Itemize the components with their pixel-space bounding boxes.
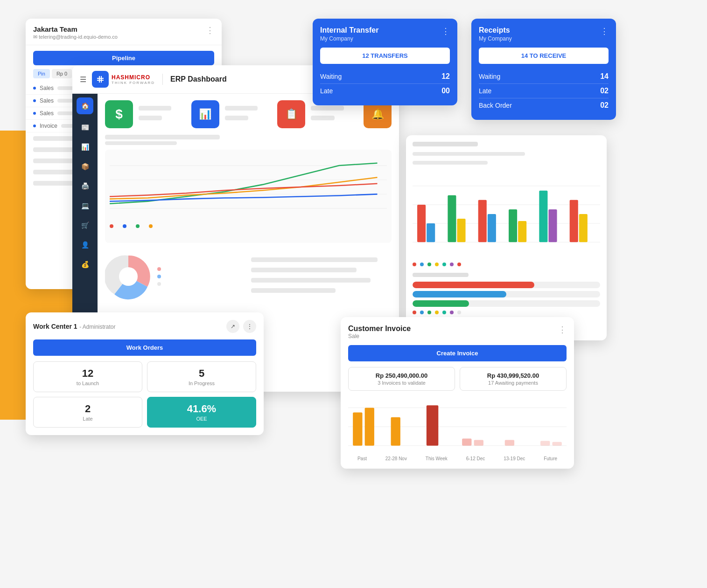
hamburger-icon[interactable]: ☰ (80, 75, 86, 84)
sidebar-item-cart[interactable]: 🛒 (77, 217, 93, 234)
receipts-header: Receipts My Company ⋮ (479, 26, 609, 42)
receipts-backorder-label: Back Order (479, 102, 512, 109)
inv-amount-2: Rp 430,999,520.00 17 Awaiting payments (460, 367, 567, 391)
sidebar-item-box[interactable]: 📦 (77, 158, 93, 175)
pie-dot-2 (157, 275, 161, 278)
svg-rect-23 (570, 200, 578, 242)
right-bar-chart-svg (413, 172, 600, 256)
receipts-waiting-label: Waiting (479, 73, 500, 80)
wc-share-icon[interactable]: ↗ (226, 320, 239, 333)
bar-chart-icon: 📊 (199, 108, 211, 120)
pie-legend (157, 267, 164, 286)
wc-stat-late-label: Late (39, 416, 136, 422)
svg-rect-19 (509, 209, 517, 242)
pie-area (105, 249, 245, 304)
prog-legend-dot-2 (420, 311, 424, 314)
inv-menu-icon[interactable]: ⋮ (558, 325, 567, 335)
progress-fill-blue (413, 291, 506, 297)
svg-rect-30 (391, 417, 400, 446)
legend-dot-red (110, 224, 113, 228)
svg-rect-2 (99, 76, 100, 83)
invoice-bar-chart-svg (348, 396, 567, 452)
list-label: Sales (40, 97, 54, 104)
create-invoice-button[interactable]: Create Invoice (348, 345, 567, 361)
sidebar-item-monitor[interactable]: 💻 (77, 197, 93, 214)
pie-dot-3 (157, 282, 161, 286)
money-icon: 💰 (81, 261, 89, 268)
svg-rect-36 (552, 442, 561, 446)
svg-rect-20 (518, 221, 526, 242)
news-icon: 📰 (81, 124, 89, 131)
chart-section-header (105, 135, 392, 145)
line-chart-legend (110, 224, 387, 228)
customer-invoice-card: Customer Invoice Sale ⋮ Create Invoice R… (341, 317, 574, 469)
list-dot (33, 99, 36, 102)
sidebar-item-print[interactable]: 🖨️ (77, 178, 93, 194)
sidebar-item-user[interactable]: 👤 (77, 236, 93, 253)
right-skeletons (413, 152, 600, 167)
inv-bar-label-past: Past (357, 456, 367, 461)
box-icon: 📦 (81, 163, 89, 170)
erp-right-card (406, 135, 607, 340)
pie-legend-item-3 (157, 282, 164, 286)
hm-logo-icon (92, 71, 109, 88)
svg-rect-31 (427, 405, 438, 445)
wc-stats-grid: 12 to Launch 5 In Progress 2 Late 41.6% … (33, 361, 256, 428)
svg-rect-32 (462, 439, 471, 446)
bell-icon: 🔔 (371, 108, 384, 120)
legend-green (427, 263, 431, 266)
svg-rect-0 (97, 78, 104, 79)
print-icon: 🖨️ (81, 182, 89, 190)
sidebar-item-news[interactable]: 📰 (77, 119, 93, 136)
hm-tagline: THINK FORWARD (112, 81, 155, 85)
workcenter-card: Work Center 1 - Administrator ↗ ⋮ Work O… (26, 312, 264, 435)
right-bar-title-skeleton (413, 142, 478, 146)
crm-tab-rp[interactable]: Rp 0 (52, 69, 72, 78)
transfer-late-row: Late 00 (320, 84, 450, 98)
crm-menu-icon[interactable]: ⋮ (206, 25, 214, 35)
hm-text: HASHMICRO THINK FORWARD (112, 74, 155, 85)
sidebar-item-chart[interactable]: 📊 (77, 138, 93, 155)
svg-rect-18 (488, 214, 496, 242)
legend-red (413, 263, 416, 266)
kpi-report: 📋 (277, 100, 305, 128)
inv-bar-label-thisweek: This Week (426, 456, 448, 461)
wc-stat-late-val: 2 (39, 403, 136, 415)
transfer-button[interactable]: 12 TRANSFERS (320, 48, 450, 64)
pie-legend-item-1 (157, 267, 164, 271)
svg-rect-35 (540, 441, 550, 446)
legend-dot-yellow (149, 224, 153, 228)
inv-amount-1-label: 3 Invoices to validate (353, 380, 450, 386)
list-dot (33, 87, 36, 90)
pie-chart-svg (105, 253, 152, 300)
progress-legend (413, 311, 600, 314)
receipts-button[interactable]: 14 TO RECEIVE (479, 48, 609, 64)
wc-stat-launch-label: to Launch (39, 380, 136, 386)
crm-pipeline-button[interactable]: Pipeline (33, 51, 214, 65)
work-orders-button[interactable]: Work Orders (33, 339, 256, 356)
receipts-backorder-row: Back Order 02 (479, 98, 609, 112)
list-label: Sales (40, 85, 54, 91)
wc-stat-oee-val: 41.6% (153, 403, 250, 415)
transfer-waiting-value: 12 (441, 72, 450, 81)
wc-menu-icon[interactable]: ⋮ (243, 320, 256, 333)
internal-transfer-card: Internal Transfer My Company ⋮ 12 TRANSF… (313, 19, 457, 105)
transfer-menu-icon[interactable]: ⋮ (441, 26, 450, 36)
sidebar-item-money[interactable]: 💰 (77, 256, 93, 273)
svg-rect-24 (579, 214, 588, 242)
sidebar-item-home[interactable]: 🏠 (77, 97, 93, 114)
progress-bar-2 (413, 291, 600, 297)
receipts-menu-icon[interactable]: ⋮ (600, 26, 609, 36)
svg-rect-3 (101, 76, 102, 83)
receipts-waiting-value: 14 (600, 72, 609, 81)
line-chart-area (105, 150, 392, 243)
line-chart-svg (110, 154, 387, 220)
svg-rect-16 (457, 219, 465, 242)
home-icon: 🏠 (81, 102, 89, 110)
skeleton-block (251, 257, 392, 296)
inv-bar-label-dec1319: 13-19 Dec (504, 456, 525, 461)
legend-dot-green (136, 224, 140, 228)
divider (162, 74, 163, 85)
crm-tab-pin[interactable]: Pin (33, 69, 50, 78)
wc-stat-launch-val: 12 (39, 367, 136, 380)
